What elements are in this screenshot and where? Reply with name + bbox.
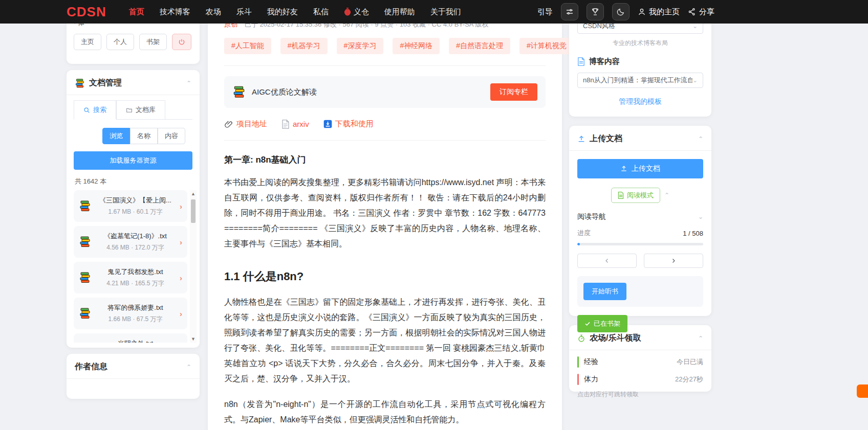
share-icon	[688, 8, 696, 16]
tag[interactable]: #机器学习	[280, 38, 328, 54]
tab-library-label: 文档库	[136, 105, 156, 115]
reading-progress-bar[interactable]	[577, 243, 703, 245]
upload-doc-panel: 上传文档 ⌃ 上传文档 阅读模式 ⌃ 阅读导航	[569, 126, 711, 316]
list-item[interactable]: 《三国演义》【爱上阅...1.67 MB · 60.1 万字 ›	[74, 190, 187, 222]
upload-icon	[577, 135, 585, 143]
logout-button[interactable]	[172, 34, 191, 50]
list-item[interactable]: 将军的佛系娇妻.txt1.66 MB · 67.5 万字 ›	[74, 298, 187, 329]
bookshelf-button[interactable]: 书架	[139, 34, 167, 50]
scroll-up-icon[interactable]: ▲	[191, 190, 196, 197]
paragraph: 本书由爱上阅读的网友搜集整理，更多精彩书籍请访问https://www.isyd…	[224, 175, 546, 252]
project-link[interactable]: 项目地址	[224, 119, 267, 129]
nav-item-farm[interactable]: 农场	[206, 7, 221, 17]
on-bookshelf-button[interactable]: 已在书架	[577, 315, 627, 332]
list-item[interactable]: 光阴之外.txt14.47 MB · 526.8 万字 ›	[74, 333, 187, 343]
download-usage-link[interactable]: 下载和使用	[323, 119, 374, 129]
my-homepage-link[interactable]: 我的主页	[638, 7, 680, 17]
book-title: 鬼见了我都发愁.txt	[96, 267, 175, 277]
author-info-title: 作者信息	[75, 361, 182, 372]
blog-content-icon	[577, 57, 585, 66]
book-meta: 1.67 MB · 60.1 万字	[96, 208, 175, 216]
chevron-right-icon: ›	[180, 274, 182, 282]
article-area: 原创 已于 2025-02-17 15:35:36 修改 · 567 阅读 · …	[208, 13, 562, 430]
scroll-down-icon[interactable]: ▼	[191, 335, 196, 343]
settings-sliders-button[interactable]	[561, 3, 578, 20]
blog-content-title: 博客内容	[589, 57, 620, 66]
right-sidebar: CSDN风格 ⌄ 专业的技术博客布局 博客内容 n8n从入门到精通：掌握现代工作…	[569, 13, 711, 392]
filter-browse[interactable]: 浏览	[102, 128, 130, 144]
filter-content[interactable]: 内容	[158, 128, 185, 144]
search-mode-group: 浏览 名称 内容	[102, 128, 192, 144]
blog-content-select[interactable]: n8n从入门到精通：掌握现代工作流自动化 ⌄	[577, 73, 703, 88]
scrollbar-thumb[interactable]	[191, 199, 196, 223]
stamina-row[interactable]: 体力 22分27秒	[577, 374, 703, 385]
collapse-chevron-icon[interactable]: ⌃	[698, 135, 703, 143]
collapse-chevron-icon[interactable]: ⌃	[186, 80, 191, 87]
tag[interactable]: #自然语言处理	[449, 38, 510, 54]
project-link-label: 项目地址	[236, 119, 267, 129]
collapse-chevron-icon[interactable]: ⌃	[698, 335, 703, 342]
list-item[interactable]: 鬼见了我都发愁.txt4.21 MB · 165.5 万字 ›	[74, 262, 187, 293]
nav-item-messages[interactable]: 私信	[313, 7, 329, 17]
load-server-resources-button[interactable]: 加载服务器资源	[74, 151, 192, 170]
read-mode-badge[interactable]: 阅读模式	[611, 188, 660, 203]
upload-doc-button[interactable]: 上传文档	[577, 159, 703, 178]
personal-button[interactable]: 个人	[106, 34, 134, 50]
trophy-button[interactable]	[587, 3, 604, 20]
next-page-button[interactable]	[644, 254, 703, 268]
tab-library[interactable]: 文档库	[116, 100, 165, 119]
book-title: 《三国演义》【爱上阅...	[96, 196, 175, 205]
nav-item-about[interactable]: 关于我们	[430, 7, 461, 17]
stamina-indicator-bar	[577, 374, 579, 385]
nav-item-help[interactable]: 使用帮助	[384, 7, 415, 17]
prev-page-button[interactable]	[577, 254, 637, 268]
list-item[interactable]: 《盗墓笔记(1-8)》.txt4.56 MB · 172.0 万字 ›	[74, 226, 187, 258]
collapse-chevron-icon[interactable]: ⌃	[186, 364, 191, 371]
folder-icon	[126, 107, 133, 114]
search-icon	[83, 107, 90, 114]
exp-row[interactable]: 经验 今日已满	[577, 356, 703, 368]
arxiv-link[interactable]: arxiv	[281, 120, 309, 129]
exp-label: 经验	[584, 357, 671, 367]
share-link[interactable]: 分享	[688, 7, 714, 17]
subscribe-column-button[interactable]: 订阅专栏	[490, 83, 537, 101]
nav-item-ledou[interactable]: 乐斗	[236, 7, 252, 17]
dark-mode-button[interactable]	[612, 3, 630, 20]
book-title: 光阴之外.txt	[96, 339, 175, 343]
site-logo[interactable]: CDSN	[67, 4, 106, 20]
doc-manager-title: 文档管理	[89, 78, 182, 88]
chapter-heading: 第一章: n8n基础入门	[224, 154, 546, 166]
filter-name[interactable]: 名称	[130, 128, 158, 144]
nav-menu: 首页 技术博客 农场 乐斗 我的好友 私信 义仓 使用帮助 关于我们	[129, 7, 537, 17]
read-mode-doc-icon	[618, 192, 624, 199]
power-icon	[178, 38, 185, 46]
article-card: 原创 已于 2025-02-17 15:35:36 修改 · 567 阅读 · …	[208, 13, 562, 430]
column-title[interactable]: AIGC优质论文解读	[252, 87, 484, 97]
chevron-down-icon[interactable]: ⌄	[698, 213, 703, 220]
tag[interactable]: #计算机视觉	[519, 38, 574, 54]
collapse-chevron-icon[interactable]: ⌃	[664, 192, 669, 199]
top-navbar: CDSN 首页 技术博客 农场 乐斗 我的好友 私信 义仓 使用帮助 关于我们 …	[0, 0, 868, 24]
nav-item-home[interactable]: 首页	[129, 7, 144, 17]
chevron-left-icon	[604, 258, 610, 264]
nav-item-friends[interactable]: 我的好友	[267, 7, 298, 17]
book-title: 《盗墓笔记(1-8)》.txt	[96, 232, 175, 241]
tag[interactable]: #人工智能	[224, 38, 271, 54]
start-listening-button[interactable]: 开始听书	[583, 283, 626, 300]
floating-action-button[interactable]	[857, 384, 868, 398]
farm-panel: 农场/乐斗领取 ⌃ 经验 今日已满 体力 22分27秒 点击对应行可跳转领取	[569, 325, 711, 392]
tag[interactable]: #神经网络	[393, 38, 440, 54]
book-title: 将军的佛系娇妻.txt	[96, 303, 175, 312]
nav-item-blog[interactable]: 技术博客	[160, 7, 190, 17]
manage-templates-link[interactable]: 管理我的模板	[577, 97, 703, 106]
guide-label[interactable]: 引导	[537, 7, 553, 17]
home-button[interactable]: 主页	[74, 34, 101, 50]
lantern-icon	[344, 8, 351, 16]
nav-item-yicang[interactable]: 义仓	[344, 7, 369, 17]
book-list: 《三国演义》【爱上阅...1.67 MB · 60.1 万字 › 《盗墓笔记(1…	[74, 190, 197, 343]
tag[interactable]: #深度学习	[337, 38, 384, 54]
tab-search[interactable]: 搜索	[74, 100, 116, 120]
books-icon	[79, 236, 91, 248]
list-scrollbar[interactable]: ▲ ▼	[190, 190, 197, 343]
books-icon	[79, 200, 91, 212]
